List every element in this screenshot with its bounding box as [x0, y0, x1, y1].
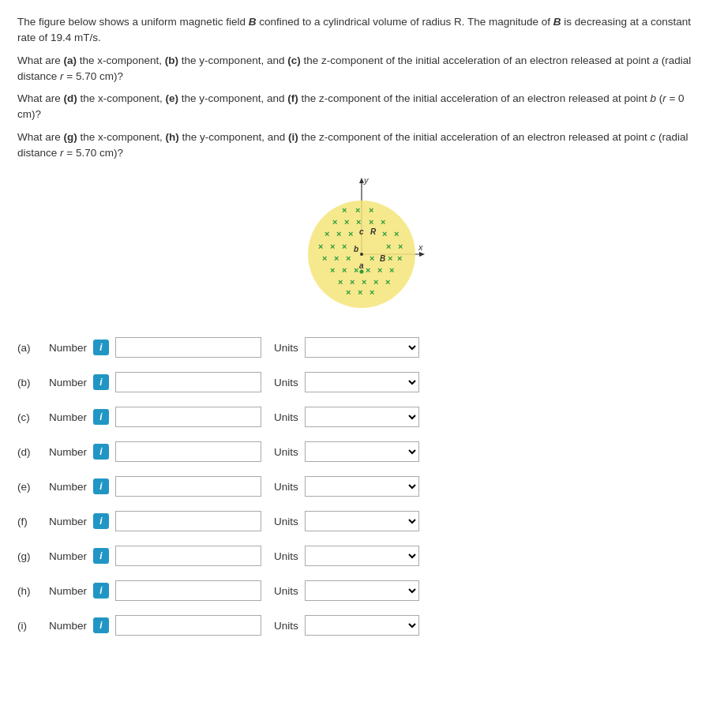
- svg-text:×: ×: [346, 287, 351, 297]
- svg-text:c: c: [359, 227, 364, 236]
- svg-text:x: x: [418, 242, 423, 252]
- svg-text:×: ×: [377, 265, 382, 275]
- word-i: Number: [49, 620, 87, 632]
- problem-text: The figure below shows a uniform magneti…: [17, 14, 707, 161]
- label-a: (a): [17, 342, 41, 354]
- answer-row-g: (g) Number i Units: [17, 546, 707, 566]
- number-input-i[interactable]: [115, 615, 261, 636]
- number-input-h[interactable]: [115, 580, 261, 601]
- svg-text:×: ×: [369, 205, 373, 215]
- word-b: Number: [49, 377, 87, 388]
- svg-text:×: ×: [338, 277, 343, 287]
- answer-row-f: (f) Number i Units: [17, 511, 707, 531]
- label-d: (d): [17, 446, 41, 458]
- svg-text:×: ×: [342, 205, 347, 215]
- svg-text:×: ×: [370, 253, 374, 263]
- svg-text:×: ×: [324, 229, 329, 238]
- label-e: (e): [17, 481, 41, 493]
- units-select-c[interactable]: [305, 407, 419, 427]
- units-select-a[interactable]: [305, 337, 419, 358]
- label-b: (b): [17, 377, 41, 388]
- svg-text:×: ×: [382, 229, 387, 238]
- units-label-h: Units: [274, 585, 298, 597]
- info-button-e[interactable]: i: [93, 478, 109, 494]
- units-select-h[interactable]: [305, 580, 419, 601]
- svg-marker-4: [419, 252, 425, 257]
- info-button-c[interactable]: i: [93, 409, 109, 425]
- units-label-d: Units: [274, 446, 298, 458]
- info-button-b[interactable]: i: [93, 374, 109, 390]
- answer-row-i: (i) Number i Units: [17, 615, 707, 636]
- svg-text:×: ×: [369, 217, 373, 227]
- units-select-g[interactable]: [305, 546, 419, 566]
- word-e: Number: [49, 481, 87, 493]
- answer-row-c: (c) Number i Units: [17, 407, 707, 427]
- units-select-f[interactable]: [305, 511, 419, 531]
- magnetic-field-figure: y x × × × × × × × × × × × c R: [293, 175, 431, 329]
- info-button-g[interactable]: i: [93, 548, 109, 564]
- units-select-d[interactable]: [305, 441, 419, 462]
- info-button-a[interactable]: i: [93, 340, 109, 355]
- answer-row-b: (b) Number i Units: [17, 372, 707, 392]
- paragraph-2: What are (a) the x-component, (b) the y-…: [17, 53, 707, 85]
- svg-text:×: ×: [394, 229, 399, 238]
- svg-text:×: ×: [342, 242, 347, 251]
- word-a: Number: [49, 342, 87, 354]
- info-button-h[interactable]: i: [93, 583, 109, 599]
- number-input-a[interactable]: [115, 337, 261, 358]
- number-input-c[interactable]: [115, 407, 261, 427]
- svg-text:×: ×: [350, 277, 354, 287]
- svg-text:×: ×: [381, 217, 385, 227]
- units-select-e[interactable]: [305, 476, 419, 497]
- word-f: Number: [49, 516, 87, 527]
- svg-text:×: ×: [386, 242, 391, 251]
- svg-text:×: ×: [362, 277, 366, 287]
- svg-text:b: b: [354, 245, 358, 253]
- svg-text:×: ×: [366, 265, 370, 275]
- number-input-f[interactable]: [115, 511, 261, 531]
- paragraph-4: What are (g) the x-component, (h) the y-…: [17, 129, 707, 162]
- svg-text:×: ×: [373, 277, 378, 287]
- svg-text:×: ×: [336, 229, 341, 238]
- number-input-e[interactable]: [115, 476, 261, 497]
- units-label-i: Units: [274, 620, 298, 632]
- svg-text:×: ×: [330, 265, 335, 275]
- figure-container: y x × × × × × × × × × × × c R: [17, 175, 707, 329]
- units-label-f: Units: [274, 516, 298, 527]
- label-g: (g): [17, 550, 41, 562]
- units-select-b[interactable]: [305, 372, 419, 392]
- svg-text:a: a: [359, 261, 364, 270]
- word-h: Number: [49, 585, 87, 597]
- svg-text:R: R: [370, 227, 377, 236]
- units-label-g: Units: [274, 550, 298, 562]
- svg-text:×: ×: [348, 229, 353, 238]
- svg-text:×: ×: [354, 265, 358, 275]
- svg-point-51: [360, 270, 364, 274]
- word-g: Number: [49, 550, 87, 562]
- units-label-b: Units: [274, 377, 298, 388]
- info-button-i[interactable]: i: [93, 617, 109, 633]
- svg-text:×: ×: [358, 287, 362, 297]
- answer-row-a: (a) Number i Units: [17, 337, 707, 358]
- number-input-g[interactable]: [115, 546, 261, 566]
- number-input-b[interactable]: [115, 372, 261, 392]
- svg-text:×: ×: [330, 242, 335, 251]
- label-f: (f): [17, 516, 41, 527]
- units-label-e: Units: [274, 481, 298, 493]
- word-c: Number: [49, 411, 87, 423]
- label-h: (h): [17, 585, 41, 597]
- units-label-c: Units: [274, 411, 298, 423]
- svg-text:×: ×: [370, 287, 374, 297]
- svg-text:×: ×: [334, 253, 339, 263]
- label-i: (i): [17, 620, 41, 632]
- svg-text:×: ×: [389, 265, 394, 275]
- units-select-i[interactable]: [305, 615, 419, 636]
- svg-text:×: ×: [318, 242, 323, 251]
- info-button-f[interactable]: i: [93, 513, 109, 529]
- label-c: (c): [17, 411, 41, 423]
- info-button-d[interactable]: i: [93, 444, 109, 460]
- svg-text:×: ×: [346, 253, 351, 263]
- number-input-d[interactable]: [115, 441, 261, 462]
- svg-text:×: ×: [388, 253, 392, 263]
- answers-section: (a) Number i Units (b) Number i Units (c…: [17, 337, 707, 636]
